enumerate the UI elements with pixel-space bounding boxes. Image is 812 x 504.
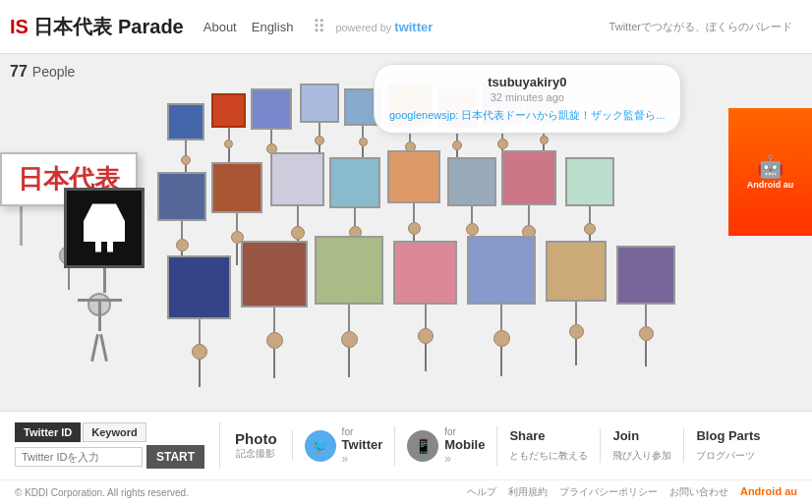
- crowd-sign: [616, 246, 675, 305]
- android-label: Android au: [747, 180, 794, 190]
- scene: tsubuyakiry0 32 minutes ago googlenewsjp…: [0, 54, 812, 411]
- twitter-bird-icon: 🐦: [312, 438, 328, 454]
- crowd-stick: [341, 331, 358, 377]
- twitter-label-box: for Twitter »: [342, 426, 383, 466]
- crowd-stick: [493, 330, 510, 376]
- stick-figure: [54, 293, 145, 362]
- blog-section[interactable]: Blog Parts ブログパーツ: [684, 428, 772, 463]
- crowd-sign: [315, 236, 383, 305]
- twitter-icon: 🐦: [305, 430, 336, 462]
- crowd-sign: [167, 103, 204, 140]
- android-icon: 🤖: [757, 154, 783, 180]
- english-link[interactable]: English: [252, 20, 294, 34]
- crowd-stick: [224, 140, 233, 164]
- crowd-body: [199, 360, 201, 387]
- search-section: Twitter ID Keyword START: [15, 422, 220, 469]
- crowd-stick: [192, 344, 207, 387]
- tooltip-text: googlenewsjp: 日本代表ドーハから凱旋！ザック監督ら...: [389, 108, 666, 123]
- blog-subtitle: ブログパーツ: [696, 449, 755, 463]
- crowd-figure: [167, 103, 204, 183]
- about-link[interactable]: About: [203, 20, 237, 34]
- crowd-sign: [211, 162, 262, 213]
- crowd-body: [273, 349, 275, 378]
- crowd-pole: [575, 302, 577, 324]
- join-section[interactable]: Join 飛び入り参加: [601, 428, 684, 463]
- figure-arms: [78, 299, 122, 302]
- crowd-pole: [185, 140, 187, 155]
- tooltip-username: tsubuyakiry0: [389, 75, 666, 89]
- footer-terms-link[interactable]: 利用規約: [508, 485, 548, 499]
- crowd-stick: [569, 324, 584, 365]
- crowd-sign: [241, 241, 308, 308]
- crowd-pole: [270, 130, 272, 143]
- photo-subtitle: 記念撮影: [236, 447, 275, 461]
- crowd-head: [639, 326, 654, 341]
- crowd-pole: [273, 308, 275, 332]
- site-title: IS 日本代表 Parade: [10, 14, 184, 40]
- crowd-stick: [266, 332, 283, 378]
- twitter-arrow: »: [342, 452, 383, 466]
- crowd-sign: [157, 172, 206, 221]
- title-parade: Parade: [118, 16, 184, 37]
- crowd-head: [584, 223, 596, 235]
- crowd-pole: [319, 123, 320, 136]
- twitter-id-tab[interactable]: Twitter ID: [15, 422, 81, 442]
- crowd-pole: [236, 213, 238, 231]
- crowd-figure: [315, 236, 383, 377]
- twitter-text: Twitter: [342, 437, 383, 452]
- crowd-body: [645, 341, 647, 366]
- photo-section: Photo 記念撮影: [220, 430, 293, 461]
- crowd-body: [575, 339, 577, 365]
- crowd-head: [291, 226, 305, 240]
- keyword-tab[interactable]: Keyword: [83, 422, 145, 442]
- grid-icon: ⠿: [313, 16, 325, 37]
- for-mobile-label: for: [444, 426, 485, 437]
- crowd-sign: [300, 84, 339, 123]
- crowd-head: [192, 344, 207, 360]
- footer-privacy-link[interactable]: プライバシーポリシー: [559, 485, 658, 499]
- for-twitter-label: for: [342, 426, 383, 437]
- crowd-body: [236, 244, 238, 265]
- android-banner-img: 🤖 Android au: [728, 108, 812, 236]
- start-button[interactable]: START: [146, 445, 204, 469]
- blog-title: Blog Parts: [696, 428, 760, 443]
- crowd-head: [181, 155, 191, 165]
- crowd-sign: [565, 157, 614, 206]
- crowd-sign: [387, 150, 440, 203]
- figure-legs: [93, 334, 105, 362]
- mobile-label-box: for Mobile »: [444, 426, 485, 466]
- crowd-head: [341, 331, 358, 348]
- android-au-ad[interactable]: 🤖 Android au: [728, 108, 812, 236]
- crowd-head: [418, 328, 434, 344]
- twitter-id-input[interactable]: [15, 447, 143, 467]
- for-twitter-section[interactable]: 🐦 for Twitter »: [293, 426, 396, 466]
- crowd-head: [452, 140, 462, 150]
- footer: © KDDI Corporation. All rights reserved.…: [0, 479, 812, 504]
- share-section[interactable]: Share ともだちに教える: [497, 428, 601, 463]
- photo-title: Photo: [235, 430, 277, 447]
- tweet-tooltip: tsubuyakiry0 32 minutes ago googlenewsjp…: [374, 64, 681, 134]
- crowd-head: [540, 136, 549, 144]
- tooltip-time: 32 minutes ago: [389, 91, 666, 103]
- crowd-figure: [616, 246, 675, 366]
- crowd-pole: [228, 128, 230, 140]
- share-title: Share: [509, 428, 545, 443]
- crowd-pole: [354, 208, 356, 226]
- for-mobile-section[interactable]: 📱 for Mobile »: [395, 426, 497, 466]
- crowd-pole: [199, 319, 201, 344]
- crowd-pole: [297, 206, 299, 226]
- crowd-head: [497, 139, 508, 149]
- crowd-figure: [467, 236, 536, 376]
- front-parade-figure: [54, 188, 145, 362]
- crowd-sign: [393, 241, 457, 305]
- footer-contact-link[interactable]: お問い合わせ: [669, 485, 728, 499]
- phone-icon: 📱: [415, 438, 432, 454]
- header-subtitle: Twitterでつながる、ぼくらのパレード: [609, 20, 792, 34]
- crowd-head: [176, 239, 189, 252]
- header: IS 日本代表 Parade About English ⠿ powered b…: [0, 0, 812, 54]
- footer-help-link[interactable]: ヘルプ: [467, 485, 496, 499]
- footer-links: ヘルプ 利用規約 プライバシーポリシー お問い合わせ Android au: [467, 485, 797, 499]
- crowd-sign: [167, 255, 231, 319]
- powered-by: powered by twitter: [335, 20, 433, 34]
- people-count: 77: [10, 63, 28, 81]
